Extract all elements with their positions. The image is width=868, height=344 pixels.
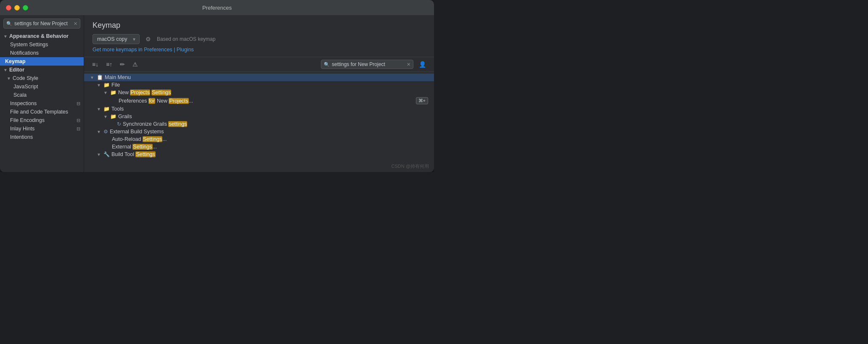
tree-row-auto-reload[interactable]: Auto-Reload Settings... [84,135,434,143]
sidebar-item-label: Keymap [5,58,26,64]
tree-row-new-projects-settings[interactable]: ▼ 📁 New Projects Settings [84,89,434,96]
sidebar-item-javascript[interactable]: JavaScript [0,82,84,91]
edit-button[interactable]: ✏ [118,60,127,69]
chevron-down-icon: ▼ [97,152,102,157]
gear-icon: ⚙ [103,129,108,135]
sidebar-search-input[interactable] [14,21,71,26]
sidebar-item-inspections[interactable]: Inspections ⊟ [0,99,84,108]
tree-node-label: Auto-Reload Settings... [112,136,167,142]
sidebar-item-notifications[interactable]: Notifications [0,49,84,57]
tree-node-label: Grails [118,114,132,119]
get-more-keymaps-link[interactable]: Get more keymaps in Preferences | Plugin… [93,47,426,53]
folder-icon: 📁 [110,114,116,119]
sidebar-item-label: Intentions [10,134,33,140]
tree-row-main-menu[interactable]: ▼ 📋 Main Menu [84,74,434,81]
sidebar-item-label: JavaScript [13,84,38,90]
tree-row-file[interactable]: ▼ 📁 File [84,81,434,89]
sync-icon: ↻ [117,121,121,127]
sidebar-item-system-settings[interactable]: System Settings [0,40,84,49]
gear-button[interactable]: ⚙ [144,34,153,44]
based-on-text: Based on macOS keymap [157,36,215,42]
folder-icon: 📁 [103,106,110,112]
sidebar-item-label: Code Style [13,75,38,81]
search-icon: 🔍 [6,21,12,26]
sort-asc-button[interactable]: ≡↓ [90,60,101,69]
minimize-button[interactable] [14,5,20,11]
wrench-icon: 🔧 [103,151,110,157]
tree-row-sync-grails[interactable]: ↻ Synchronize Grails settings [84,120,434,128]
keymap-dropdown-wrapper[interactable]: macOS copy macOS Default ▼ [93,34,140,44]
sidebar-item-file-code-templates[interactable]: File and Code Templates [0,108,84,116]
chevron-down-icon: ▼ [97,107,102,111]
tree-node-label: External Settings... [112,144,157,150]
maximize-button[interactable] [23,5,28,11]
tree-node-label: Main Menu [105,74,131,80]
chevron-down-icon: ▼ [103,90,108,95]
keymap-search-input[interactable] [332,61,405,67]
tree-node-label: External Build Systems [110,129,164,135]
tree-row-preferences-new-projects[interactable]: Preferences for New Projects... ⌘+ [84,96,434,105]
sidebar: 🔍 ✕ ▼ Appearance & Behavior System Setti… [0,15,84,172]
sidebar-item-label: Inlay Hints [10,126,34,132]
watermark: CSDN @帅有何用 [392,163,429,169]
sidebar-item-scala[interactable]: Scala [0,91,84,99]
tree-row-external-settings[interactable]: External Settings... [84,143,434,151]
badge-icon: ⊟ [77,118,80,123]
folder-icon: 📁 [110,90,116,95]
tree-row-build-tool[interactable]: ▼ 🔧 Build Tool Settings [84,151,434,158]
sidebar-item-inlay-hints[interactable]: Inlay Hints ⊟ [0,124,84,133]
search-clear-icon[interactable]: ✕ [74,21,77,26]
sidebar-item-code-style[interactable]: ▼ Code Style [0,74,84,82]
tree-row-grails[interactable]: ▼ 📁 Grails [84,113,434,120]
sidebar-item-label: Notifications [10,50,39,56]
tree-row-external-build[interactable]: ▼ ⚙ External Build Systems [84,128,434,135]
chevron-down-icon: ▼ [7,76,11,81]
sidebar-item-intentions[interactable]: Intentions [0,133,84,141]
sidebar-item-label: File Encodings [10,117,45,123]
keymap-tree: ▼ 📋 Main Menu ▼ 📁 File ▼ 📁 New Projects … [84,72,434,172]
warning-button[interactable]: ⚠ [130,60,140,69]
keymap-controls: macOS copy macOS Default ▼ ⚙ Based on ma… [93,34,426,44]
right-panel: Keymap macOS copy macOS Default ▼ ⚙ Base… [84,15,434,172]
user-keymap-button[interactable]: 👤 [417,60,428,69]
panel-title: Keymap [93,21,426,30]
search-clear-icon[interactable]: ✕ [407,62,410,67]
sidebar-item-label: Editor [9,67,24,73]
sidebar-search-box[interactable]: 🔍 ✕ [3,19,80,29]
chevron-down-icon: ▼ [103,114,108,119]
sidebar-item-appearance-behavior[interactable]: ▼ Appearance & Behavior [0,32,84,40]
window-controls [6,5,28,11]
toolbar-search-box[interactable]: 🔍 ✕ [321,60,413,69]
chevron-down-icon: ▼ [97,83,102,87]
tree-node-label: Synchronize Grails settings [123,121,187,127]
folder-icon: 📁 [103,82,110,88]
tree-node-label: Build Tool Settings [111,151,156,157]
titlebar: Preferences [0,0,434,15]
tree-row-tools[interactable]: ▼ 📁 Tools [84,105,434,113]
tree-node-label: Tools [111,106,124,112]
sidebar-item-label: System Settings [10,42,48,48]
keymap-dropdown[interactable]: macOS copy macOS Default [93,34,140,44]
sort-desc-button[interactable]: ≡↑ [104,60,114,69]
folder-icon: 📋 [97,74,103,80]
sidebar-item-file-encodings[interactable]: File Encodings ⊟ [0,116,84,124]
sidebar-item-editor[interactable]: ▼ Editor [0,66,84,74]
tree-node-label: Preferences for New Projects... [119,98,193,104]
shortcut-badge: ⌘+ [416,97,428,104]
badge-icon: ⊟ [77,126,80,132]
panel-header: Keymap macOS copy macOS Default ▼ ⚙ Base… [84,15,434,57]
search-icon: 🔍 [324,62,330,67]
tree-node-label: New Projects Settings [118,90,171,95]
window-title: Preferences [202,5,232,11]
chevron-down-icon: ▼ [3,34,8,39]
sidebar-item-keymap[interactable]: Keymap [0,57,84,66]
sidebar-item-label: Scala [13,92,26,98]
tree-node-label: File [111,82,120,88]
chevron-down-icon: ▼ [97,130,102,134]
close-button[interactable] [6,5,11,11]
sidebar-item-label: Inspections [10,101,37,106]
main-content: 🔍 ✕ ▼ Appearance & Behavior System Setti… [0,15,434,172]
chevron-down-icon: ▼ [3,68,8,72]
chevron-down-icon: ▼ [90,75,95,80]
sidebar-item-label: Appearance & Behavior [9,33,69,39]
